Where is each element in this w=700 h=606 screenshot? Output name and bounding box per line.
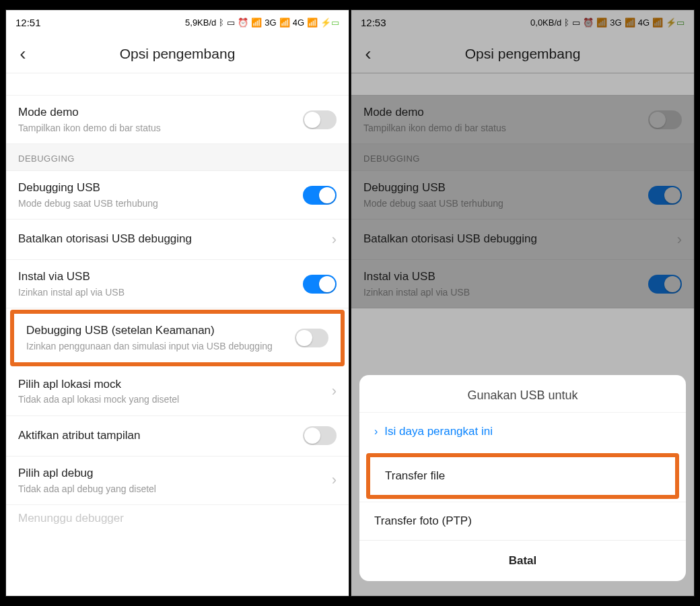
row-subtitle: Tidak ada apl debug yang disetel — [18, 483, 324, 495]
wifi-icon: 📶 — [307, 18, 318, 28]
signal-icon: 📶 — [251, 18, 262, 28]
option-charge-device[interactable]: › Isi daya perangkat ini — [359, 412, 686, 450]
phone-left: 12:51 5,9KB/d ᛒ ▭ ⏰ 📶3G 📶4G 📶 ⚡▭ ‹ Opsi … — [5, 9, 349, 597]
row-mode-demo[interactable]: Mode demo Tampilkan ikon demo di bar sta… — [6, 96, 349, 144]
option-transfer-photo-ptp[interactable]: Transfer foto (PTP) — [359, 502, 686, 540]
row-install-via-usb[interactable]: Instal via USB Izinkan instal apl via US… — [6, 260, 349, 308]
row-select-debug-app[interactable]: Pilih apl debug Tidak ada apl debug yang… — [6, 457, 349, 505]
row-wait-debugger[interactable]: Menunggu debugger — [6, 505, 349, 525]
row-subtitle: Izinkan penggunaan dan simulasi input vi… — [26, 340, 287, 352]
row-title: Menunggu debugger — [18, 512, 124, 525]
row-title: Instal via USB — [18, 269, 295, 285]
chevron-left-icon: ‹ — [20, 43, 26, 65]
row-usb-debugging[interactable]: Debugging USB Mode debug saat USB terhub… — [6, 171, 349, 220]
toggle-view-attributes[interactable] — [303, 426, 337, 445]
row-usb-debug-security[interactable]: Debugging USB (setelan Keamanan) Izinkan… — [14, 314, 341, 362]
row-title: Pilih apl debug — [18, 466, 324, 481]
row-subtitle: Tampilkan ikon demo di bar status — [18, 122, 295, 134]
chevron-right-icon: › — [332, 382, 337, 400]
status-time: 12:51 — [15, 17, 41, 28]
chevron-right-icon: › — [374, 426, 378, 438]
phone-right: 12:53 0,0KB/d ᛒ ▭ ⏰ 📶3G 📶4G 📶 ⚡▭ ‹ Opsi … — [351, 9, 695, 597]
option-label: Transfer foto (PTP) — [374, 514, 472, 528]
sig1-label: 3G — [265, 18, 276, 28]
option-label: Isi daya perangkat ini — [384, 425, 493, 438]
battery-icon: ▭ — [227, 18, 235, 28]
section-header-debugging: DEBUGGING — [6, 144, 349, 171]
signal-icon: 📶 — [279, 18, 290, 28]
toggle-mode-demo[interactable] — [303, 110, 337, 129]
row-revoke-usb-auth[interactable]: Batalkan otorisasi USB debugging › — [6, 220, 349, 260]
chevron-right-icon: › — [332, 471, 337, 489]
row-title: Pilih apl lokasi mock — [18, 377, 324, 393]
screen-content-left: 12:51 5,9KB/d ᛒ ▭ ⏰ 📶3G 📶4G 📶 ⚡▭ ‹ Opsi … — [6, 10, 349, 525]
cancel-button[interactable]: Batal — [359, 540, 686, 581]
toggle-usb-debugging[interactable] — [303, 186, 337, 205]
row-view-attributes[interactable]: Aktifkan atribut tampilan — [6, 416, 349, 457]
option-transfer-file[interactable]: Transfer file — [370, 457, 675, 495]
sig2-label: 4G — [293, 18, 304, 28]
page-title: Opsi pengembang — [6, 46, 349, 62]
cut-off-row — [6, 73, 349, 96]
row-subtitle: Tidak ada apl lokasi mock yang disetel — [18, 393, 324, 405]
row-title: Mode demo — [18, 105, 295, 121]
row-mock-location[interactable]: Pilih apl lokasi mock Tidak ada apl loka… — [6, 368, 349, 416]
chevron-right-icon: › — [332, 231, 337, 248]
status-bar: 12:51 5,9KB/d ᛒ ▭ ⏰ 📶3G 📶4G 📶 ⚡▭ — [6, 10, 349, 34]
highlight-transfer-file: Transfer file — [366, 453, 679, 499]
cancel-label: Batal — [509, 554, 537, 567]
row-title: Aktifkan atribut tampilan — [18, 428, 295, 444]
app-header: ‹ Opsi pengembang — [6, 34, 349, 73]
dialog-overlay[interactable]: Gunakan USB untuk › Isi daya perangkat i… — [351, 10, 694, 596]
battery-charging-icon: ⚡▭ — [320, 18, 339, 28]
alarm-icon: ⏰ — [238, 18, 248, 28]
back-button[interactable]: ‹ — [6, 43, 40, 65]
net-speed: 5,9KB/d — [185, 18, 216, 28]
row-title: Debugging USB (setelan Keamanan) — [26, 323, 287, 339]
row-title: Debugging USB — [18, 180, 295, 196]
dialog-title: Gunakan USB untuk — [359, 375, 686, 412]
highlight-usb-security: Debugging USB (setelan Keamanan) Izinkan… — [10, 310, 345, 366]
toggle-install-via-usb[interactable] — [303, 275, 337, 294]
status-right: 5,9KB/d ᛒ ▭ ⏰ 📶3G 📶4G 📶 ⚡▭ — [185, 18, 339, 28]
option-label: Transfer file — [385, 469, 445, 483]
row-subtitle: Izinkan instal apl via USB — [18, 286, 295, 298]
row-subtitle: Mode debug saat USB terhubung — [18, 197, 295, 209]
toggle-usb-debug-security[interactable] — [295, 329, 328, 347]
usb-dialog: Gunakan USB untuk › Isi daya perangkat i… — [359, 375, 686, 581]
row-title: Batalkan otorisasi USB debugging — [18, 232, 324, 247]
bluetooth-icon: ᛒ — [219, 18, 224, 28]
